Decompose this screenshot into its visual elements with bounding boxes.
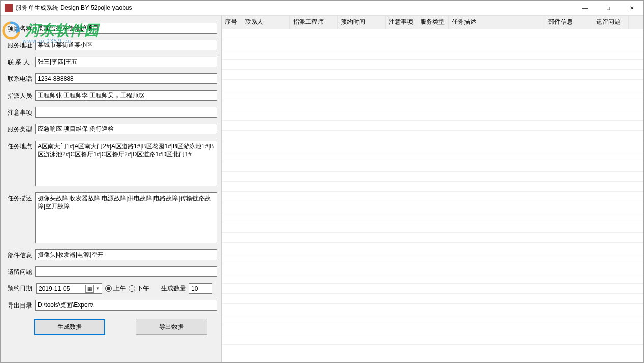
grid-column-header[interactable]: 预约时间	[338, 16, 386, 29]
grid-row	[222, 233, 643, 243]
window-title: 服务单生成系统 Design BY 52pojie-yaobus	[16, 4, 573, 12]
task-location-textarea[interactable]	[35, 141, 217, 186]
service-address-label: 服务地址	[8, 40, 33, 50]
grid-row	[222, 212, 643, 222]
project-name-label: 项目名称	[8, 23, 33, 33]
app-icon	[5, 4, 13, 12]
notes-label: 注意事项	[8, 107, 33, 117]
export-dir-input[interactable]	[35, 300, 217, 311]
grid-row	[222, 141, 643, 151]
grid-column-header[interactable]: 联系人	[242, 16, 290, 29]
data-grid-panel: 序号联系人指派工程师预约时间注意事项服务类型任务描述部件信息遗留问题	[221, 16, 643, 362]
remain-label: 遗留问题	[8, 266, 33, 276]
grid-row	[222, 49, 643, 60]
close-button[interactable]: ✕	[620, 1, 643, 16]
grid-column-header[interactable]: 任务描述	[449, 16, 545, 29]
grid-column-header[interactable]: 指派工程师	[290, 16, 338, 29]
grid-row	[222, 222, 643, 233]
pm-radio[interactable]: 下午	[129, 284, 149, 293]
grid-row	[222, 324, 643, 334]
pm-label: 下午	[137, 284, 149, 293]
grid-row	[222, 253, 643, 263]
grid-row	[222, 70, 643, 80]
grid-row	[222, 202, 643, 212]
title-bar: 服务单生成系统 Design BY 52pojie-yaobus — □ ✕	[1, 1, 643, 16]
form-panel: 项目名称 服务地址 联 系 人 联系电话 指派人员 注意事项	[1, 16, 221, 362]
chevron-down-icon: ▼	[95, 286, 101, 291]
date-picker[interactable]: 2019-11-05 ▦ ▼	[36, 283, 102, 294]
grid-column-header[interactable]: 序号	[222, 16, 242, 29]
grid-column-header[interactable]: 服务类型	[417, 16, 449, 29]
grid-row	[222, 151, 643, 161]
grid-row	[222, 161, 643, 172]
minimize-button[interactable]: —	[573, 1, 597, 16]
radio-checked-icon	[105, 285, 112, 292]
grid-row	[222, 80, 643, 90]
notes-input[interactable]	[35, 107, 217, 118]
grid-row	[222, 110, 643, 121]
contact-label: 联 系 人	[8, 57, 33, 67]
grid-row	[222, 60, 643, 70]
maximize-button[interactable]: □	[597, 1, 620, 16]
parts-input[interactable]	[35, 249, 217, 260]
content-area: 河东软件园 www.pc0359.cn 项目名称 服务地址 联 系 人 联系电话	[1, 16, 643, 362]
grid-header: 序号联系人指派工程师预约时间注意事项服务类型任务描述部件信息遗留问题	[222, 16, 643, 29]
grid-row	[222, 263, 643, 273]
date-value: 2019-11-05	[39, 285, 85, 292]
assign-label: 指派人员	[8, 90, 33, 100]
grid-row	[222, 192, 643, 202]
grid-row	[222, 294, 643, 304]
grid-row	[222, 243, 643, 253]
task-desc-textarea[interactable]	[35, 192, 217, 243]
count-label: 生成数量	[161, 284, 186, 293]
grid-row	[222, 100, 643, 110]
export-button[interactable]: 导出数据	[136, 319, 207, 335]
export-dir-label: 导出目录	[8, 300, 33, 310]
am-radio[interactable]: 上午	[105, 284, 126, 293]
grid-row	[222, 29, 643, 39]
grid-column-header[interactable]: 遗留问题	[593, 16, 629, 29]
service-type-label: 服务类型	[8, 124, 33, 134]
project-name-input[interactable]	[35, 23, 217, 34]
count-input[interactable]	[189, 283, 212, 294]
phone-input[interactable]	[35, 73, 217, 84]
grid-row	[222, 39, 643, 49]
grid-column-header[interactable]: 注意事项	[386, 16, 417, 29]
contact-input[interactable]	[35, 57, 217, 67]
grid-row	[222, 121, 643, 131]
grid-row	[222, 284, 643, 294]
window-controls: — □ ✕	[573, 1, 643, 16]
remain-input[interactable]	[35, 266, 217, 277]
task-desc-label: 任务描述	[8, 192, 33, 203]
grid-row	[222, 304, 643, 314]
task-location-label: 任务地点	[8, 141, 33, 151]
grid-row	[222, 90, 643, 100]
generate-button[interactable]: 生成数据	[34, 319, 105, 335]
grid-row	[222, 172, 643, 182]
grid-row	[222, 314, 643, 324]
date-label: 预约日期	[8, 284, 33, 293]
phone-label: 联系电话	[8, 73, 33, 83]
grid-row	[222, 131, 643, 141]
app-window: 服务单生成系统 Design BY 52pojie-yaobus — □ ✕ 河…	[0, 0, 644, 363]
service-type-input[interactable]	[35, 124, 217, 134]
grid-row	[222, 334, 643, 345]
grid-row	[222, 273, 643, 284]
am-label: 上午	[113, 284, 126, 293]
parts-label: 部件信息	[8, 249, 33, 260]
assign-input[interactable]	[35, 90, 217, 101]
calendar-icon: ▦	[85, 285, 94, 293]
grid-row	[222, 182, 643, 192]
grid-body[interactable]	[222, 29, 643, 362]
grid-column-header[interactable]: 部件信息	[545, 16, 593, 29]
radio-unchecked-icon	[129, 285, 135, 292]
service-address-input[interactable]	[35, 40, 217, 50]
